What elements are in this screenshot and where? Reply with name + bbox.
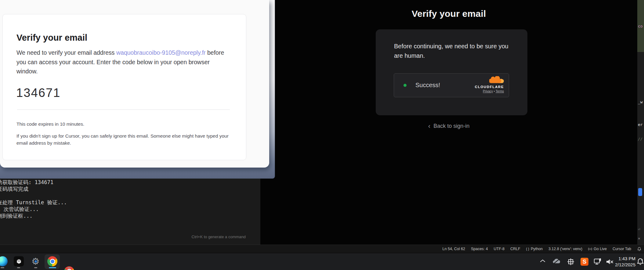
back-link-label: Back to sign-in bbox=[433, 123, 469, 129]
go-live-button[interactable]: Go Live bbox=[588, 247, 607, 251]
email-address-link[interactable]: waquobraucoibo-9105@noreply.fr bbox=[116, 49, 206, 56]
body-prefix: We need to verify your email address bbox=[16, 49, 116, 56]
language-mode-indicator[interactable]: { } Python bbox=[526, 247, 543, 251]
email-body: We need to verify your email address waq… bbox=[16, 48, 232, 76]
verification-card: Before continuing, we need to be sure yo… bbox=[376, 29, 527, 115]
tray-expand-chevron-icon[interactable] bbox=[540, 259, 546, 264]
terms-link[interactable]: Terms bbox=[496, 90, 504, 93]
running-indicator bbox=[67, 267, 71, 268]
notification-bell-dnd-icon[interactable]: z bbox=[637, 258, 644, 267]
verification-code: 134671 bbox=[16, 86, 60, 100]
running-indicator bbox=[34, 267, 37, 268]
settings-taskbar-icon[interactable]: ⚙ bbox=[31, 256, 41, 266]
clock-date: 2/12/2025 bbox=[610, 262, 635, 268]
chrome-taskbar-icon-active[interactable] bbox=[47, 256, 57, 266]
network-icon[interactable] bbox=[593, 258, 602, 267]
eol-indicator[interactable]: CRLF bbox=[510, 247, 520, 251]
terminal-output: 功获取验证码: 134671证码填写完成在处理 Turnstile 验证...1… bbox=[0, 179, 67, 219]
python-interpreter-indicator[interactable]: 3.12.8 ('venv': venv) bbox=[548, 247, 582, 251]
terminal-line: 证码填写完成 bbox=[0, 186, 67, 192]
background-editor-sliver: co _w er // ⏎ × bbox=[637, 0, 644, 245]
running-indicator bbox=[17, 267, 20, 268]
encoding-indicator[interactable]: UTF-8 bbox=[494, 247, 505, 251]
terminal-line: 功获取验证码: 134671 bbox=[0, 179, 67, 186]
success-dot-icon bbox=[403, 84, 407, 87]
ime-input-icon[interactable] bbox=[567, 258, 574, 267]
email-window: Verify your email We need to verify your… bbox=[0, 0, 269, 168]
ide-status-bar: Ln 54, Col 62 Spaces: 4 UTF-8 CRLF { } P… bbox=[0, 245, 644, 253]
terminal-line: 测到验证框... bbox=[0, 213, 67, 219]
onedrive-offline-icon[interactable] bbox=[552, 258, 561, 266]
svg-text:z: z bbox=[641, 258, 643, 261]
chrome-taskbar-icon[interactable] bbox=[64, 266, 74, 270]
expiry-note: This code expires in 10 minutes. bbox=[16, 121, 84, 127]
terminal-line bbox=[0, 192, 67, 199]
cursor-position-indicator[interactable]: Ln 54, Col 62 bbox=[443, 247, 465, 251]
braces-icon: { } bbox=[526, 247, 529, 251]
windows-taskbar: ⚙ S 1:43 PM 2/12/2025 z bbox=[0, 253, 644, 270]
sogou-input-icon[interactable]: S bbox=[581, 258, 588, 266]
verify-page: Verify your email Before continuing, we … bbox=[260, 0, 637, 245]
privacy-link[interactable]: Privacy bbox=[483, 90, 493, 93]
code-fragment: er bbox=[638, 122, 643, 127]
cursor-tab-indicator[interactable]: Cursor Tab bbox=[613, 247, 631, 251]
cloudflare-wordmark: CLOUDFLARE bbox=[467, 85, 504, 89]
cube-app-taskbar-icon[interactable] bbox=[14, 256, 24, 266]
cube-icon bbox=[16, 258, 22, 264]
divider bbox=[17, 109, 230, 110]
scrollbar-badge[interactable] bbox=[638, 188, 642, 196]
bell-icon bbox=[637, 247, 642, 251]
broadcast-icon bbox=[588, 247, 592, 251]
turnstile-widget[interactable]: Success! CLOUDFLARE Privacy • Terms bbox=[394, 73, 509, 97]
code-fragment: _w bbox=[638, 100, 643, 104]
terminal-line: 在处理 Turnstile 验证... bbox=[0, 199, 67, 206]
footer-note: If you didn't sign up for Cursor, you ca… bbox=[16, 133, 229, 146]
human-check-text: Before continuing, we need to be sure yo… bbox=[394, 42, 511, 61]
active-running-indicator bbox=[49, 267, 56, 268]
indentation-indicator[interactable]: Spaces: 4 bbox=[471, 247, 488, 251]
page-title: Verify your email bbox=[260, 9, 637, 19]
ctrl-k-hint: Ctrl+K to generate a command bbox=[177, 235, 246, 239]
running-indicator bbox=[1, 267, 4, 268]
edge-taskbar-icon[interactable] bbox=[0, 256, 8, 266]
links-separator: • bbox=[494, 90, 495, 93]
notifications-button[interactable] bbox=[637, 247, 642, 251]
terminal-line: 1 次尝试验证... bbox=[0, 206, 67, 213]
back-to-sign-in-link[interactable]: ‹Back to sign-in bbox=[260, 122, 637, 130]
taskbar-clock[interactable]: 1:43 PM 2/12/2025 bbox=[610, 256, 635, 268]
return-icon: ⏎ bbox=[638, 227, 640, 231]
turnstile-status: Success! bbox=[415, 82, 440, 89]
cloudflare-branding: CLOUDFLARE Privacy • Terms bbox=[467, 76, 504, 93]
gear-center bbox=[34, 260, 37, 263]
cloudflare-cloud-icon bbox=[489, 76, 504, 83]
code-fragment: // bbox=[638, 137, 643, 141]
email-title: Verify your email bbox=[16, 33, 87, 43]
close-icon[interactable]: × bbox=[638, 236, 640, 241]
code-fragment: co bbox=[638, 24, 643, 28]
clock-time: 1:43 PM bbox=[610, 256, 635, 262]
email-card: Verify your email We need to verify your… bbox=[2, 14, 246, 160]
chevron-left-icon: ‹ bbox=[428, 122, 430, 130]
